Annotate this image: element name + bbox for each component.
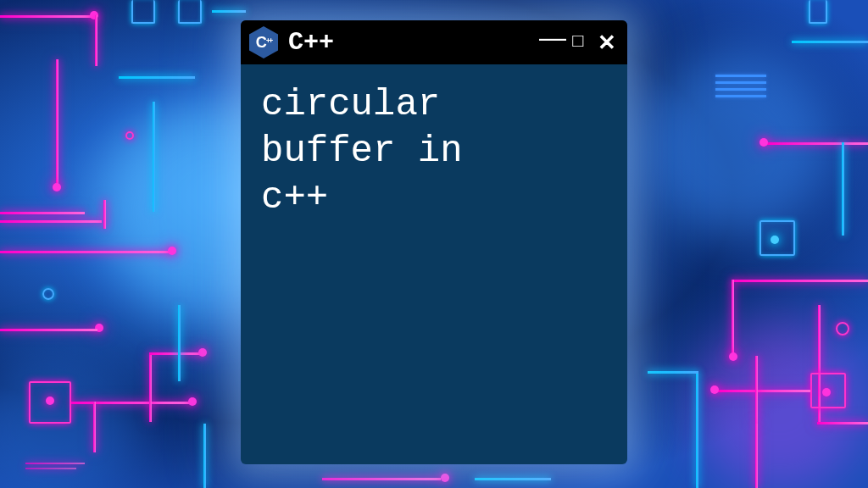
editor-content[interactable]: circular buffer in c++ (241, 64, 627, 464)
window-title: C++ (288, 28, 531, 57)
titlebar[interactable]: C++ C++ — □ ✕ (241, 20, 627, 64)
app-window: C++ C++ — □ ✕ circular buffer in c++ (241, 20, 627, 464)
maximize-button[interactable]: □ (568, 31, 588, 50)
close-button[interactable]: ✕ (597, 31, 617, 53)
minimize-button[interactable]: — (539, 24, 559, 51)
window-controls: — □ ✕ (539, 29, 617, 56)
cpp-app-icon: C++ (248, 26, 280, 58)
